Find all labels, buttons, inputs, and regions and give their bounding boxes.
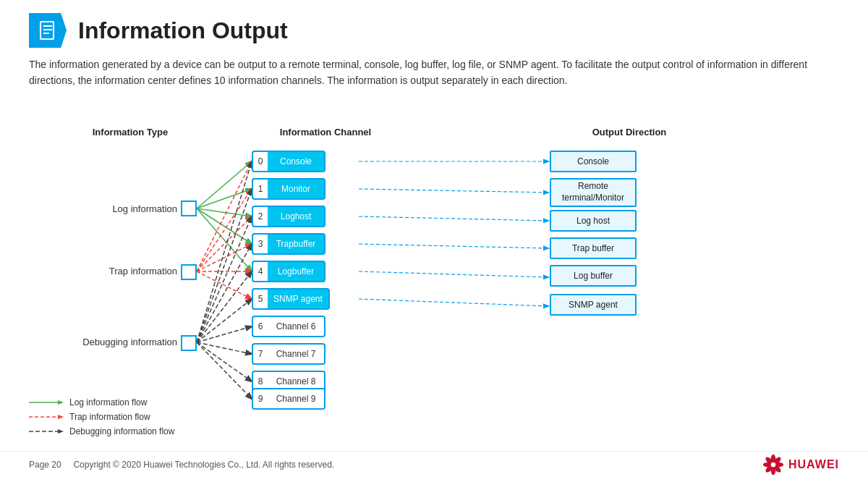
col-output-dir-header: Output Direction (571, 127, 687, 138)
svg-marker-36 (58, 429, 64, 434)
svg-line-14 (197, 271, 252, 299)
page: Information Output The information gener… (0, 0, 868, 477)
channel-4-name: Logbuffer (268, 261, 326, 282)
legend: Log information flow Trap information fl… (29, 397, 174, 436)
channel-4: 4 Logbuffer (252, 261, 326, 282)
col-info-type-header: Information Type (72, 127, 188, 138)
huawei-logo: HUAWEI (762, 454, 839, 476)
channel-3: 3 Trapbuffer (252, 233, 326, 255)
channel-0-name: Console (268, 151, 326, 172)
output-remote-terminal: Remoteterminal/Monitor (550, 178, 637, 207)
legend-trap: Trap information flow (29, 412, 174, 422)
svg-line-20 (197, 299, 252, 342)
channel-6-number: 6 (252, 316, 268, 337)
channel-9: 9 Channel 9 (252, 388, 326, 410)
channel-0-number: 0 (252, 151, 268, 172)
svg-line-18 (197, 244, 252, 342)
page-number: Page 20 (29, 460, 61, 470)
svg-line-17 (197, 216, 252, 342)
document-icon (38, 20, 58, 41)
debug-source-box (181, 335, 197, 351)
svg-line-26 (359, 189, 548, 193)
legend-debug-label: Debugging information flow (69, 426, 174, 436)
channel-1: 1 Monitor (252, 178, 326, 200)
diagram-svg (29, 96, 839, 408)
header: Information Output (0, 0, 868, 56)
channel-2-number: 2 (252, 206, 268, 227)
channel-3-name: Trapbuffer (268, 233, 326, 255)
footer-text: Page 20 Copyright © 2020 Huawei Technolo… (29, 460, 334, 470)
channel-9-name: Channel 9 (268, 388, 326, 410)
output-console: Console (550, 151, 637, 172)
svg-line-21 (197, 326, 252, 342)
svg-line-27 (359, 216, 548, 221)
legend-debug-line (29, 427, 64, 436)
output-log-buffer: Log buffer (550, 265, 637, 287)
channel-9-number: 9 (252, 388, 268, 410)
trap-info-label: Trap information (72, 266, 177, 277)
page-title: Information Output (78, 17, 288, 44)
svg-line-6 (197, 208, 252, 216)
copyright-text: Copyright © 2020 Huawei Technologies Co.… (73, 460, 334, 470)
svg-line-9 (197, 161, 252, 271)
channel-4-number: 4 (252, 261, 268, 282)
header-icon-box (29, 13, 67, 48)
channel-5-number: 5 (252, 288, 268, 310)
channel-1-name: Monitor (268, 178, 326, 200)
svg-line-8 (197, 208, 252, 271)
footer: Page 20 Copyright © 2020 Huawei Technolo… (0, 451, 868, 477)
svg-line-5 (197, 189, 252, 208)
log-source-box (181, 200, 197, 216)
svg-line-10 (197, 189, 252, 271)
col-info-channel-header: Information Channel (275, 127, 376, 138)
svg-line-12 (197, 244, 252, 271)
channel-7-number: 7 (252, 343, 268, 365)
svg-line-28 (359, 244, 548, 248)
svg-line-4 (197, 161, 252, 208)
svg-line-23 (197, 342, 252, 381)
diagram-area: Information Type Information Channel Out… (29, 96, 839, 408)
svg-marker-32 (58, 400, 64, 405)
channel-3-number: 3 (252, 233, 268, 255)
channel-1-number: 1 (252, 178, 268, 200)
svg-line-24 (197, 342, 252, 399)
channel-2-name: Loghost (268, 206, 326, 227)
huawei-brand-text: HUAWEI (788, 458, 839, 471)
svg-line-11 (197, 216, 252, 271)
legend-log-line (29, 398, 64, 407)
channel-7-name: Channel 7 (268, 343, 326, 365)
svg-point-45 (771, 462, 776, 467)
channel-2: 2 Loghost (252, 206, 326, 227)
output-trap-buffer: Trap buffer (550, 237, 637, 259)
svg-line-30 (359, 299, 548, 306)
svg-line-7 (197, 208, 252, 244)
svg-line-22 (197, 342, 252, 354)
channel-0: 0 Console (252, 151, 326, 172)
svg-line-15 (197, 161, 252, 342)
legend-debug: Debugging information flow (29, 426, 174, 436)
log-info-label: Log information (72, 203, 177, 214)
channel-6: 6 Channel 6 (252, 316, 326, 337)
legend-log: Log information flow (29, 397, 174, 408)
svg-line-16 (197, 189, 252, 342)
legend-trap-line (29, 413, 64, 421)
output-snmp-agent: SNMP agent (550, 294, 637, 316)
output-log-host: Log host (550, 210, 637, 232)
channel-5-name: SNMP agent (268, 288, 330, 310)
trap-source-box (181, 264, 197, 280)
svg-line-29 (359, 271, 548, 277)
svg-marker-34 (58, 415, 64, 419)
description-text: The information generated by a device ca… (0, 56, 868, 96)
channel-6-name: Channel 6 (268, 316, 326, 337)
channel-5: 5 SNMP agent (252, 288, 330, 310)
huawei-flower-icon (762, 454, 784, 476)
legend-log-label: Log information flow (69, 397, 147, 408)
svg-line-19 (197, 271, 252, 342)
channel-7: 7 Channel 7 (252, 343, 326, 365)
legend-trap-label: Trap information flow (69, 412, 150, 422)
debug-info-label: Debugging information (72, 337, 177, 347)
